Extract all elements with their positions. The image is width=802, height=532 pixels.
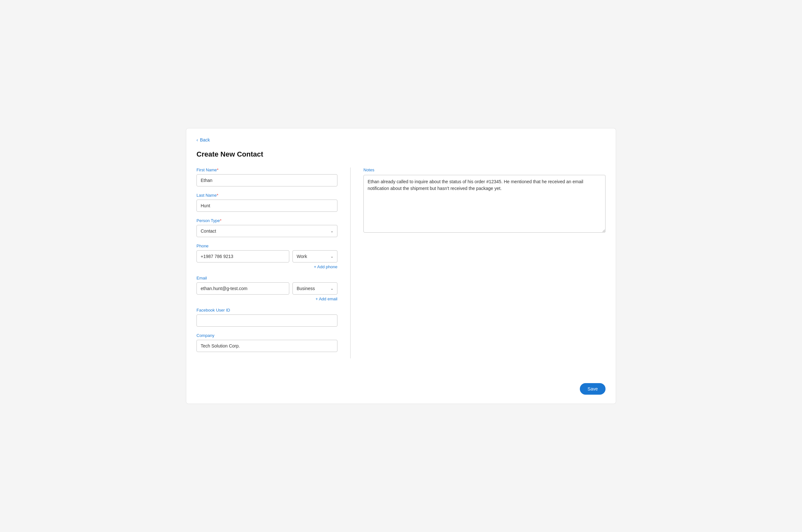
last-name-group: Last Name* bbox=[197, 193, 337, 212]
notes-group: Notes Ethan already called to inquire ab… bbox=[363, 168, 605, 234]
facebook-label: Facebook User ID bbox=[197, 308, 337, 312]
add-email-link[interactable]: + Add email bbox=[197, 297, 337, 301]
required-star-2: * bbox=[217, 193, 218, 198]
last-name-label: Last Name* bbox=[197, 193, 337, 198]
email-type-wrap: Business Personal Other ⌄ bbox=[293, 282, 337, 294]
add-phone-link[interactable]: + Add phone bbox=[197, 264, 337, 269]
email-label: Email bbox=[197, 276, 337, 281]
company-label: Company bbox=[197, 333, 337, 338]
person-type-group: Person Type* Contact Lead Customer ⌄ bbox=[197, 218, 337, 237]
last-name-input[interactable] bbox=[197, 200, 337, 212]
email-input[interactable] bbox=[197, 282, 289, 294]
first-name-input[interactable] bbox=[197, 174, 337, 186]
required-star-3: * bbox=[220, 218, 222, 223]
save-button[interactable]: Save bbox=[580, 383, 605, 395]
email-type-select[interactable]: Business Personal Other bbox=[293, 282, 337, 294]
first-name-label: First Name* bbox=[197, 168, 337, 172]
company-group: Company bbox=[197, 333, 337, 352]
right-panel: Notes Ethan already called to inquire ab… bbox=[351, 168, 605, 358]
phone-type-wrap: Work Home Mobile Other ⌄ bbox=[293, 250, 337, 263]
phone-input[interactable] bbox=[197, 250, 289, 263]
person-type-select[interactable]: Contact Lead Customer bbox=[197, 225, 337, 237]
back-chevron-icon: ‹ bbox=[197, 137, 198, 142]
left-panel: First Name* Last Name* Person Type* Cont… bbox=[197, 168, 351, 358]
person-type-label: Person Type* bbox=[197, 218, 337, 223]
email-row: Business Personal Other ⌄ bbox=[197, 282, 337, 294]
email-group: Email Business Personal Other ⌄ + Add bbox=[197, 276, 337, 301]
phone-type-select[interactable]: Work Home Mobile Other bbox=[293, 250, 337, 263]
facebook-input[interactable] bbox=[197, 315, 337, 327]
page-container: ‹ Back Create New Contact First Name* La… bbox=[186, 128, 616, 404]
person-type-select-wrapper: Contact Lead Customer ⌄ bbox=[197, 225, 337, 237]
back-label: Back bbox=[200, 137, 210, 142]
required-star: * bbox=[217, 168, 219, 172]
main-content: First Name* Last Name* Person Type* Cont… bbox=[197, 168, 605, 358]
company-input[interactable] bbox=[197, 340, 337, 352]
back-link[interactable]: ‹ Back bbox=[197, 137, 605, 142]
phone-label: Phone bbox=[197, 244, 337, 248]
page-title: Create New Contact bbox=[197, 150, 605, 158]
facebook-group: Facebook User ID bbox=[197, 308, 337, 327]
notes-textarea[interactable]: Ethan already called to inquire about th… bbox=[363, 175, 605, 233]
notes-label: Notes bbox=[363, 168, 605, 172]
email-input-wrap bbox=[197, 282, 289, 294]
phone-row: Work Home Mobile Other ⌄ bbox=[197, 250, 337, 263]
phone-input-wrap bbox=[197, 250, 289, 263]
phone-group: Phone Work Home Mobile Other ⌄ bbox=[197, 244, 337, 269]
first-name-group: First Name* bbox=[197, 168, 337, 186]
